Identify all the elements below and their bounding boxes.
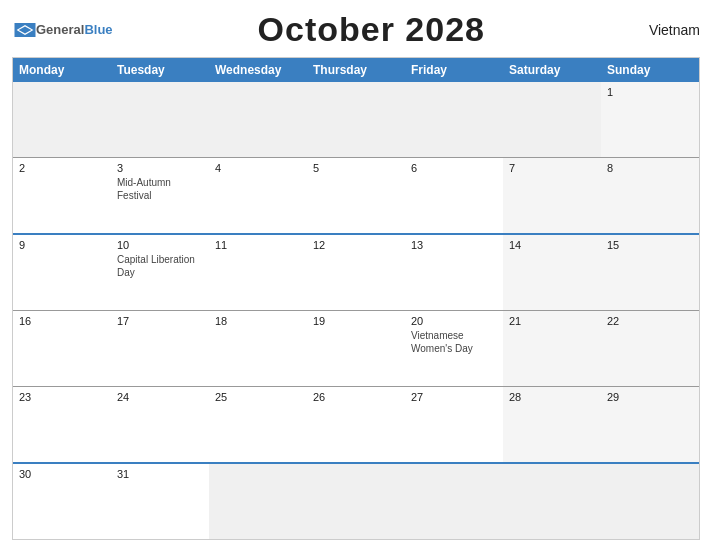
day-number: 20 bbox=[411, 315, 497, 327]
day-number: 24 bbox=[117, 391, 203, 403]
day-cell-7: 7 bbox=[503, 158, 601, 233]
day-cell-26: 26 bbox=[307, 387, 405, 462]
holiday-name: Vietnamese Women's Day bbox=[411, 330, 473, 354]
logo: General Blue bbox=[12, 22, 113, 37]
day-cell-20: 20 Vietnamese Women's Day bbox=[405, 311, 503, 386]
day-number: 21 bbox=[509, 315, 595, 327]
day-cell-22: 22 bbox=[601, 311, 699, 386]
day-cell-3: 3 Mid-Autumn Festival bbox=[111, 158, 209, 233]
day-number: 19 bbox=[313, 315, 399, 327]
day-cell-empty bbox=[209, 82, 307, 157]
day-cell-empty bbox=[503, 464, 601, 539]
day-cell-10: 10 Capital Liberation Day bbox=[111, 235, 209, 310]
day-number: 15 bbox=[607, 239, 693, 251]
day-number: 16 bbox=[19, 315, 105, 327]
week-row-2: 2 3 Mid-Autumn Festival 4 5 6 7 bbox=[13, 157, 699, 233]
day-cell-23: 23 bbox=[13, 387, 111, 462]
day-number: 22 bbox=[607, 315, 693, 327]
day-number: 3 bbox=[117, 162, 203, 174]
day-cell-empty bbox=[13, 82, 111, 157]
day-cell-11: 11 bbox=[209, 235, 307, 310]
day-number: 14 bbox=[509, 239, 595, 251]
day-cell-empty bbox=[405, 464, 503, 539]
holiday-name: Capital Liberation Day bbox=[117, 254, 195, 278]
day-number: 18 bbox=[215, 315, 301, 327]
week-row-1: 1 bbox=[13, 82, 699, 157]
day-number: 13 bbox=[411, 239, 497, 251]
day-number: 12 bbox=[313, 239, 399, 251]
header-monday: Monday bbox=[13, 58, 111, 82]
header-thursday: Thursday bbox=[307, 58, 405, 82]
day-number: 23 bbox=[19, 391, 105, 403]
day-cell-2: 2 bbox=[13, 158, 111, 233]
day-cell-5: 5 bbox=[307, 158, 405, 233]
header-wednesday: Wednesday bbox=[209, 58, 307, 82]
day-cell-19: 19 bbox=[307, 311, 405, 386]
day-number: 5 bbox=[313, 162, 399, 174]
calendar-grid: Monday Tuesday Wednesday Thursday Friday… bbox=[12, 57, 700, 540]
day-cell-21: 21 bbox=[503, 311, 601, 386]
holiday-name: Mid-Autumn Festival bbox=[117, 177, 171, 201]
day-cell-15: 15 bbox=[601, 235, 699, 310]
day-cell-17: 17 bbox=[111, 311, 209, 386]
day-cell-empty bbox=[111, 82, 209, 157]
day-cell-1: 1 bbox=[601, 82, 699, 157]
day-cell-29: 29 bbox=[601, 387, 699, 462]
calendar-title: October 2028 bbox=[113, 10, 630, 49]
day-cell-25: 25 bbox=[209, 387, 307, 462]
day-cell-24: 24 bbox=[111, 387, 209, 462]
day-number: 7 bbox=[509, 162, 595, 174]
day-cell-4: 4 bbox=[209, 158, 307, 233]
day-cell-16: 16 bbox=[13, 311, 111, 386]
day-number: 10 bbox=[117, 239, 203, 251]
calendar-header: General Blue October 2028 Vietnam bbox=[12, 10, 700, 49]
day-number: 30 bbox=[19, 468, 105, 480]
day-cell-9: 9 bbox=[13, 235, 111, 310]
day-cell-empty bbox=[307, 82, 405, 157]
day-cell-empty bbox=[209, 464, 307, 539]
day-number: 29 bbox=[607, 391, 693, 403]
header-friday: Friday bbox=[405, 58, 503, 82]
day-cell-14: 14 bbox=[503, 235, 601, 310]
day-number: 2 bbox=[19, 162, 105, 174]
calendar-container: General Blue October 2028 Vietnam Monday… bbox=[0, 0, 712, 550]
day-cell-empty bbox=[601, 464, 699, 539]
week-row-4: 16 17 18 19 20 Vietnamese Women's Day 21 bbox=[13, 310, 699, 386]
header-saturday: Saturday bbox=[503, 58, 601, 82]
day-number: 1 bbox=[607, 86, 693, 98]
day-number: 27 bbox=[411, 391, 497, 403]
day-number: 17 bbox=[117, 315, 203, 327]
week-row-3: 9 10 Capital Liberation Day 11 12 13 14 bbox=[13, 233, 699, 310]
day-cell-27: 27 bbox=[405, 387, 503, 462]
day-cell-30: 30 bbox=[13, 464, 111, 539]
country-name: Vietnam bbox=[630, 22, 700, 38]
header-tuesday: Tuesday bbox=[111, 58, 209, 82]
day-cell-12: 12 bbox=[307, 235, 405, 310]
day-cell-8: 8 bbox=[601, 158, 699, 233]
logo-icon bbox=[14, 23, 36, 37]
day-number: 4 bbox=[215, 162, 301, 174]
day-number: 6 bbox=[411, 162, 497, 174]
day-number: 28 bbox=[509, 391, 595, 403]
day-number: 11 bbox=[215, 239, 301, 251]
day-number: 8 bbox=[607, 162, 693, 174]
day-cell-empty bbox=[307, 464, 405, 539]
day-cell-empty bbox=[503, 82, 601, 157]
day-cell-18: 18 bbox=[209, 311, 307, 386]
day-cell-31: 31 bbox=[111, 464, 209, 539]
header-sunday: Sunday bbox=[601, 58, 699, 82]
day-headers-row: Monday Tuesday Wednesday Thursday Friday… bbox=[13, 58, 699, 82]
day-number: 9 bbox=[19, 239, 105, 251]
weeks-container: 1 2 3 Mid-Autumn Festival 4 5 bbox=[13, 82, 699, 539]
day-number: 26 bbox=[313, 391, 399, 403]
day-cell-13: 13 bbox=[405, 235, 503, 310]
day-cell-empty bbox=[405, 82, 503, 157]
day-cell-28: 28 bbox=[503, 387, 601, 462]
logo-blue-text: Blue bbox=[84, 22, 112, 37]
week-row-6: 30 31 bbox=[13, 462, 699, 539]
day-cell-6: 6 bbox=[405, 158, 503, 233]
week-row-5: 23 24 25 26 27 28 29 bbox=[13, 386, 699, 462]
logo-general-text: General bbox=[36, 22, 84, 37]
day-number: 25 bbox=[215, 391, 301, 403]
day-number: 31 bbox=[117, 468, 203, 480]
